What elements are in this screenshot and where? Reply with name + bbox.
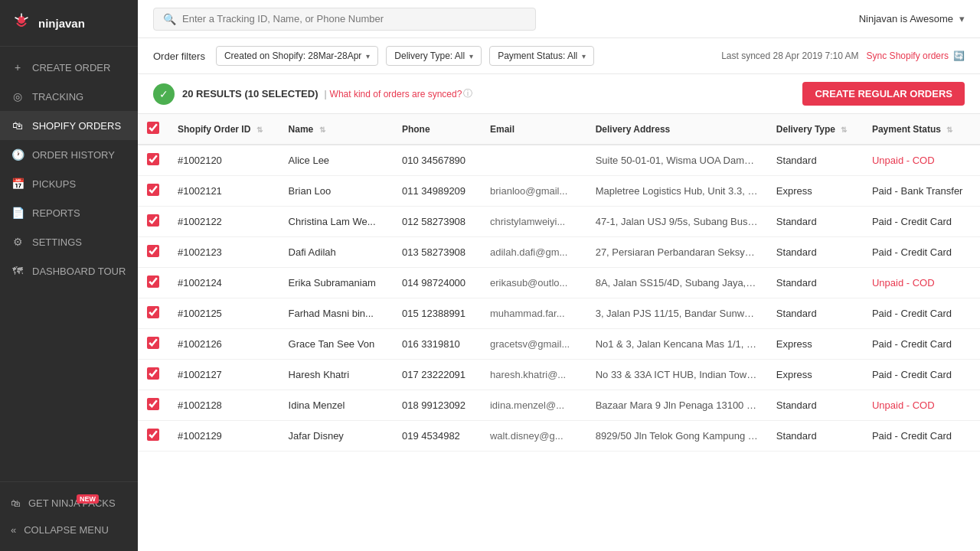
col-delivery-type: Delivery Type ⇅ bbox=[767, 114, 863, 145]
row-checkbox-cell[interactable] bbox=[138, 390, 168, 421]
order-id-cell: #1002126 bbox=[168, 329, 279, 360]
phone-cell: 014 98724000 bbox=[393, 268, 481, 298]
sidebar-item-dashboard-tour[interactable]: 🗺 DASHBOARD TOUR bbox=[0, 256, 138, 285]
row-checkbox-cell[interactable] bbox=[138, 360, 168, 390]
table-row: #1002127 Haresh Khatri 017 23222091 hare… bbox=[138, 360, 980, 390]
row-checkbox[interactable] bbox=[147, 184, 159, 196]
create-regular-orders-button[interactable]: CREATE REGULAR ORDERS bbox=[802, 82, 965, 106]
order-id-cell: #1002128 bbox=[168, 390, 279, 421]
search-input[interactable] bbox=[182, 13, 526, 24]
sidebar-item-label: PICKUPS bbox=[32, 178, 76, 190]
delivery-filter-chevron-icon: ▾ bbox=[469, 52, 473, 60]
sync-icon: 🔄 bbox=[953, 51, 965, 61]
row-checkbox-cell[interactable] bbox=[138, 298, 168, 329]
sidebar-item-create-order[interactable]: + CREATE ORDER bbox=[0, 53, 138, 82]
row-checkbox-cell[interactable] bbox=[138, 145, 168, 176]
sort-icon[interactable]: ⇅ bbox=[319, 126, 325, 134]
row-checkbox-cell[interactable] bbox=[138, 421, 168, 452]
phone-cell: 010 34567890 bbox=[393, 145, 481, 176]
filters-bar: Order filters Created on Shopify: 28Mar-… bbox=[138, 38, 980, 74]
email-cell: gracetsv@gmail... bbox=[481, 329, 586, 360]
row-checkbox[interactable] bbox=[147, 367, 159, 380]
user-dropdown-icon[interactable]: ▾ bbox=[959, 13, 965, 24]
collapse-menu-button[interactable]: « COLLAPSE MENU bbox=[0, 517, 138, 543]
address-cell: 8A, Jalan SS15/4D, Subang Jaya, Selang..… bbox=[586, 268, 767, 298]
payment-filter-dropdown[interactable]: Payment Status: All ▾ bbox=[489, 46, 594, 66]
sidebar-item-label: CREATE ORDER bbox=[32, 62, 110, 73]
row-checkbox[interactable] bbox=[147, 398, 159, 410]
pickups-icon: 📅 bbox=[11, 177, 24, 191]
address-cell: 3, Jalan PJS 11/15, Bandar Sunway, Pet..… bbox=[586, 298, 767, 329]
payment-status-cell: Unpaid - COD bbox=[863, 390, 980, 421]
delivery-filter-dropdown[interactable]: Delivery Type: All ▾ bbox=[386, 46, 482, 66]
name-cell: Jafar Disney bbox=[279, 421, 393, 452]
email-cell bbox=[481, 145, 586, 176]
sidebar-item-ninja-packs[interactable]: 🛍 GET NINJA PACKS NEW bbox=[0, 490, 138, 517]
email-cell: haresh.khatri@... bbox=[481, 360, 586, 390]
phone-cell: 015 12388991 bbox=[393, 298, 481, 329]
what-synced-link[interactable]: What kind of orders are synced? bbox=[330, 89, 462, 99]
search-box[interactable]: 🔍 bbox=[153, 8, 536, 31]
delivery-type-cell: Standard bbox=[767, 207, 863, 237]
phone-cell: 011 34989209 bbox=[393, 176, 481, 207]
address-cell: 8929/50 Jln Telok Gong Kampung Telok... bbox=[586, 421, 767, 452]
sidebar-item-tracking[interactable]: ◎ TRACKING bbox=[0, 82, 138, 111]
address-cell: Suite 50-01-01, Wisma UOA Damansar... bbox=[586, 145, 767, 176]
payment-filter-chevron-icon: ▾ bbox=[582, 52, 586, 60]
phone-cell: 019 4534982 bbox=[393, 421, 481, 452]
row-checkbox[interactable] bbox=[147, 276, 159, 288]
sidebar-item-label: TRACKING bbox=[32, 91, 83, 103]
sidebar-nav: + CREATE ORDER ◎ TRACKING 🛍 SHOPIFY ORDE… bbox=[0, 47, 138, 481]
sidebar-item-shopify-orders[interactable]: 🛍 SHOPIFY ORDERS bbox=[0, 111, 138, 140]
filters-right: Last synced 28 Apr 2019 7:10 AM Sync Sho… bbox=[721, 51, 965, 61]
row-checkbox[interactable] bbox=[147, 429, 159, 441]
row-checkbox[interactable] bbox=[147, 214, 159, 227]
sidebar-item-settings[interactable]: ⚙ SETTINGS bbox=[0, 227, 138, 256]
delivery-type-cell: Express bbox=[767, 329, 863, 360]
payment-status-cell: Paid - Credit Card bbox=[863, 207, 980, 237]
sidebar-item-reports[interactable]: 📄 REPORTS bbox=[0, 198, 138, 227]
sidebar-item-pickups[interactable]: 📅 PICKUPS bbox=[0, 169, 138, 198]
email-cell: adilah.dafi@gm... bbox=[481, 237, 586, 268]
order-id-cell: #1002124 bbox=[168, 268, 279, 298]
sidebar-item-order-history[interactable]: 🕐 ORDER HISTORY bbox=[0, 140, 138, 169]
payment-status-cell: Unpaid - COD bbox=[863, 145, 980, 176]
address-cell: No1 & 3, Jalan Kencana Mas 1/1, Kawas... bbox=[586, 329, 767, 360]
order-history-icon: 🕐 bbox=[11, 148, 24, 161]
table-row: #1002122 Christina Lam We... 012 5827390… bbox=[138, 207, 980, 237]
sort-icon[interactable]: ⇅ bbox=[256, 126, 263, 134]
table-row: #1002123 Dafi Adilah 013 58273908 adilah… bbox=[138, 237, 980, 268]
results-separator: | bbox=[324, 89, 326, 99]
order-id-cell: #1002121 bbox=[168, 176, 279, 207]
row-checkbox[interactable] bbox=[147, 153, 159, 165]
row-checkbox-cell[interactable] bbox=[138, 176, 168, 207]
address-cell: No 33 & 33A ICT HUB, Indian Town, Jal... bbox=[586, 360, 767, 390]
sidebar-item-label: ORDER HISTORY bbox=[32, 149, 115, 161]
row-checkbox[interactable] bbox=[147, 306, 159, 318]
row-checkbox-cell[interactable] bbox=[138, 329, 168, 360]
sort-icon[interactable]: ⇅ bbox=[946, 126, 952, 134]
name-cell: Idina Menzel bbox=[279, 390, 393, 421]
col-phone: Phone bbox=[393, 114, 481, 145]
row-checkbox-cell[interactable] bbox=[138, 237, 168, 268]
table-row: #1002126 Grace Tan See Von 016 3319810 g… bbox=[138, 329, 980, 360]
select-all-header[interactable] bbox=[138, 114, 168, 145]
row-checkbox[interactable] bbox=[147, 245, 159, 257]
delivery-type-cell: Standard bbox=[767, 298, 863, 329]
create-order-icon: + bbox=[11, 60, 24, 74]
address-cell: 47-1, Jalan USJ 9/5s, Subang Business... bbox=[586, 207, 767, 237]
sort-icon[interactable]: ⇅ bbox=[841, 126, 847, 134]
name-cell: Alice Lee bbox=[279, 145, 393, 176]
order-id-cell: #1002125 bbox=[168, 298, 279, 329]
row-checkbox-cell[interactable] bbox=[138, 268, 168, 298]
table-body: #1002120 Alice Lee 010 34567890 Suite 50… bbox=[138, 145, 980, 452]
select-all-checkbox[interactable] bbox=[147, 122, 159, 134]
name-cell: Christina Lam We... bbox=[279, 207, 393, 237]
payment-status-cell: Paid - Credit Card bbox=[863, 298, 980, 329]
date-filter-dropdown[interactable]: Created on Shopify: 28Mar-28Apr ▾ bbox=[216, 46, 378, 66]
row-checkbox-cell[interactable] bbox=[138, 207, 168, 237]
address-cell: Mapletree Logistics Hub, Unit 3.3, Jalan… bbox=[586, 176, 767, 207]
sync-shopify-button[interactable]: Sync Shopify orders 🔄 bbox=[867, 51, 965, 61]
name-cell: Grace Tan See Von bbox=[279, 329, 393, 360]
row-checkbox[interactable] bbox=[147, 337, 159, 349]
